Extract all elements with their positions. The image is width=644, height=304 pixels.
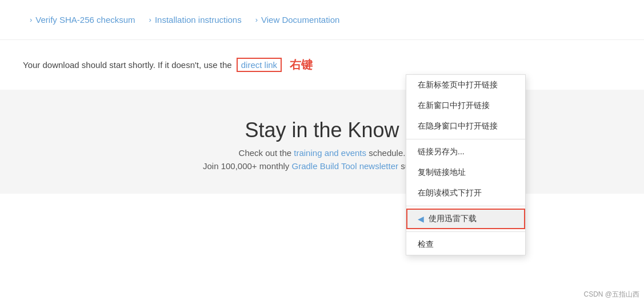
context-menu-save-link[interactable]: 链接另存为... [406, 142, 525, 162]
context-menu-inspect[interactable]: 检查 [406, 234, 525, 255]
watermark: CSDN @五指山西 [583, 290, 639, 299]
context-menu-thunder[interactable]: ◀ 使用迅雷下载 [406, 209, 525, 229]
context-menu-divider-2 [406, 206, 525, 206]
chevron-icon: › [255, 15, 258, 24]
thunder-icon: ◀ [418, 214, 424, 223]
stay-section: Stay in the Know Check out the training … [0, 90, 644, 194]
context-menu: 在新标签页中打开链接 在新窗口中打开链接 在隐身窗口中打开链接 链接另存为...… [406, 74, 526, 255]
context-menu-open-incognito[interactable]: 在隐身窗口中打开链接 [406, 116, 525, 137]
newsletter-link[interactable]: Gradle Build Tool newsletter [292, 161, 399, 171]
chevron-icon: › [30, 15, 32, 24]
context-menu-divider-3 [406, 231, 525, 232]
training-events-link[interactable]: training and events [294, 148, 366, 158]
context-menu-open-new-tab[interactable]: 在新标签页中打开链接 [406, 75, 525, 95]
context-menu-copy-link[interactable]: 复制链接地址 [406, 162, 525, 183]
nav-item-docs[interactable]: › View Documentation [249, 10, 347, 29]
stay-line2: Join 100,000+ monthly Gradle Build Tool … [23, 161, 621, 171]
stay-title: Stay in the Know [23, 118, 621, 142]
chevron-icon: › [149, 15, 151, 24]
context-menu-open-new-window[interactable]: 在新窗口中打开链接 [406, 95, 525, 116]
top-nav: › Verify SHA-256 checksum › Installation… [0, 0, 644, 40]
direct-link[interactable]: direct link [237, 58, 282, 72]
stay-line1: Check out the training and events schedu… [23, 148, 621, 158]
download-text: Your download should start shortly. If i… [23, 57, 621, 73]
context-menu-divider [406, 139, 525, 139]
right-click-label: 右键 [290, 57, 313, 73]
nav-item-installation[interactable]: › Installation instructions [142, 10, 249, 29]
download-section: Your download should start shortly. If i… [0, 40, 644, 84]
download-message: Your download should start shortly. If i… [23, 60, 232, 70]
nav-item-verify[interactable]: › Verify SHA-256 checksum [23, 10, 142, 29]
context-menu-reader[interactable]: 在朗读模式下打开 [406, 183, 525, 203]
